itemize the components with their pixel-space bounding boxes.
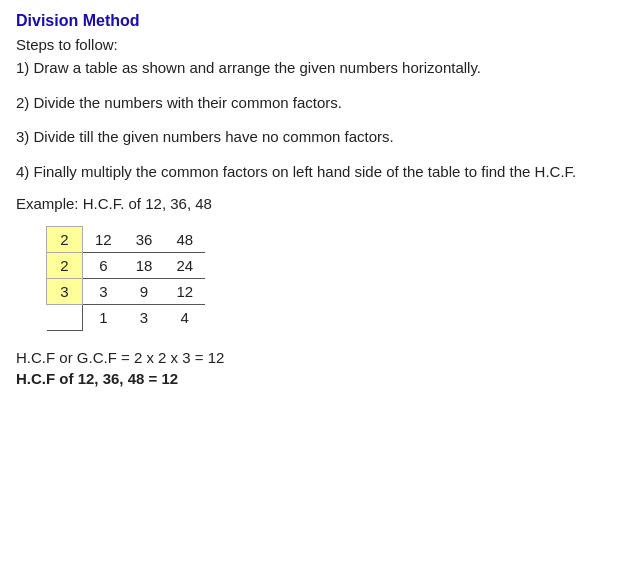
- result-line-2: H.C.F of 12, 36, 48 = 12: [16, 370, 624, 387]
- step-4: 4) Finally multiply the common factors o…: [16, 161, 624, 184]
- steps-label: Steps to follow:: [16, 36, 624, 53]
- step-3: 3) Divide till the given numbers have no…: [16, 126, 624, 149]
- division-table-wrapper: 212364826182433912134: [46, 226, 624, 331]
- title: Division Method: [16, 12, 624, 30]
- division-table: 212364826182433912134: [46, 226, 205, 331]
- step-2: 2) Divide the numbers with their common …: [16, 92, 624, 115]
- step-1: 1) Draw a table as shown and arrange the…: [16, 57, 624, 80]
- example-label: Example: H.C.F. of 12, 36, 48: [16, 195, 624, 212]
- result-line-1: H.C.F or G.C.F = 2 x 2 x 3 = 12: [16, 349, 624, 366]
